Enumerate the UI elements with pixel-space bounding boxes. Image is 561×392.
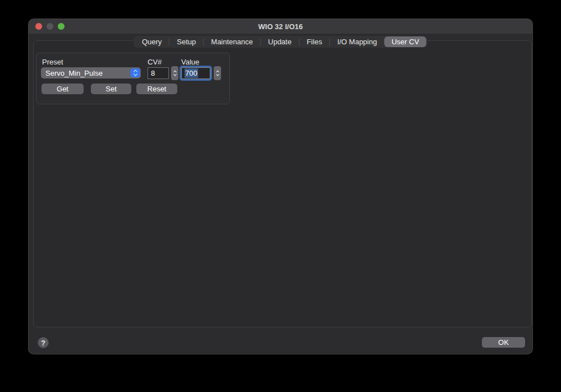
value-input[interactable]: 700 [181,67,210,79]
stepper-down-icon[interactable] [173,73,177,76]
ok-button[interactable]: OK [482,337,525,348]
close-button[interactable] [35,23,42,30]
dialog-window: WIO 32 I/O16 Preset CV# Value Servo_Min_… [28,19,533,354]
tab-files[interactable]: Files [300,36,329,47]
tab-content-panel: Preset CV# Value Servo_Min_Pulse 8 700 [33,40,532,328]
cv-number-value: 8 [151,69,155,77]
minimize-button[interactable] [47,23,53,30]
dropdown-chevrons-icon [131,68,140,77]
tab-setup[interactable]: Setup [169,36,203,47]
tab-update[interactable]: Update [261,36,299,47]
get-button[interactable]: Get [42,84,84,94]
preset-dropdown[interactable]: Servo_Min_Pulse [41,67,141,79]
traffic-lights [35,23,65,30]
tab-maintenance[interactable]: Maintenance [204,36,260,47]
cv-number-input[interactable]: 8 [148,67,169,79]
preset-dropdown-value: Servo_Min_Pulse [45,69,103,77]
value-label: Value [181,58,199,66]
value-input-text: 700 [185,68,198,78]
user-cv-groupbox: Preset CV# Value Servo_Min_Pulse 8 700 [36,53,230,104]
help-button[interactable]: ? [38,337,49,348]
title-bar[interactable]: WIO 32 I/O16 [29,19,532,34]
tab-io-mapping[interactable]: I/O Mapping [330,36,384,47]
cv-number-label: CV# [148,58,162,66]
reset-button[interactable]: Reset [136,84,177,94]
tab-query[interactable]: Query [135,36,169,47]
preset-label: Preset [42,58,63,66]
tab-user-cv[interactable]: User CV [384,36,426,47]
stepper-down-icon[interactable] [216,73,219,76]
window-title: WIO 32 I/O16 [29,22,532,31]
value-stepper[interactable] [214,66,221,80]
tab-bar: Query Setup Maintenance Update Files I/O… [134,36,427,48]
cv-number-stepper[interactable] [171,66,178,80]
zoom-button[interactable] [58,23,65,30]
set-button[interactable]: Set [91,84,131,94]
